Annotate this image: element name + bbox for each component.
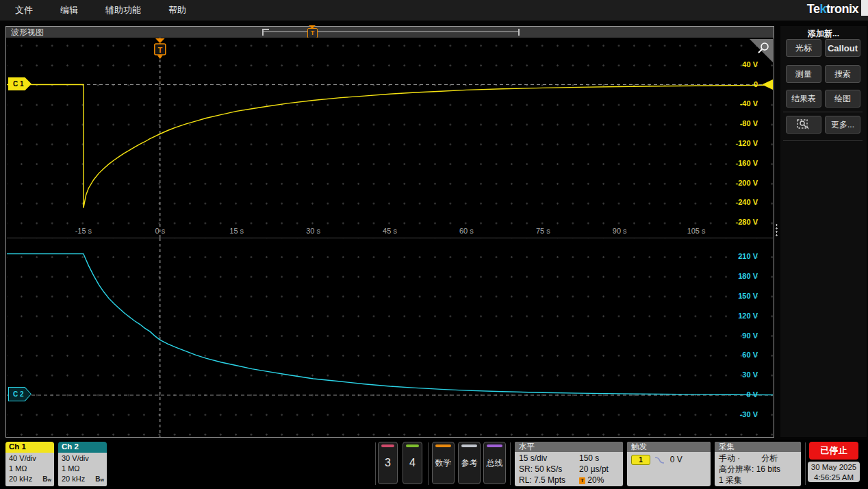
ref-color-stripe [461, 444, 477, 447]
y-axis-label: -160 V [710, 159, 758, 167]
graticule-resize-handle[interactable] [776, 223, 778, 237]
bus-color-stripe [487, 444, 502, 447]
acquisition-panel-title: 采集 [715, 442, 801, 452]
channel2-scale: 30 V/div [62, 453, 107, 464]
channel1-name: Ch 1 [5, 442, 54, 453]
horizontal-panel[interactable]: 水平 15 s/div150 s SR: 50 kS/s20 µs/pt RL:… [515, 442, 623, 486]
sidebar-divider [783, 140, 863, 141]
logo-block [861, 0, 868, 16]
horizontal-pan-minimap[interactable] [262, 29, 520, 36]
channel1-level-arrow-icon [762, 79, 773, 90]
falling-edge-icon [654, 456, 665, 464]
add-measure-button[interactable]: 测量 [786, 65, 821, 83]
ref-button[interactable]: 参考 [458, 442, 481, 484]
ref-label: 参考 [461, 457, 478, 469]
bus-label: 总线 [487, 457, 503, 469]
bandwidth-limit-icon: Bw [42, 474, 51, 485]
y-axis-label: 210 V [710, 252, 758, 260]
channel2-settings-badge[interactable]: Ch 2 30 V/div 1 MΩ 20 kHz Bw [58, 442, 107, 486]
y-axis-label: -240 V [710, 198, 758, 206]
add-callout-button[interactable]: Callout [825, 39, 860, 57]
trigger-panel[interactable]: 触发 1 0 V [627, 442, 711, 486]
x-axis-label: 45 s [371, 227, 409, 235]
bar-separator [375, 442, 376, 485]
x-axis-label: 30 s [294, 227, 333, 235]
acquisition-analyze: 分析 [761, 453, 778, 464]
x-axis-label: 15 s [218, 227, 256, 235]
y-axis-label: 0 [710, 80, 758, 88]
channel3-button[interactable]: 3 [378, 442, 398, 484]
menu-utility[interactable]: 辅助功能 [105, 4, 141, 16]
channel3-label: 3 [385, 457, 391, 469]
y-axis-label: 60 V [710, 351, 758, 359]
channel2-waveform-plot[interactable] [7, 238, 773, 437]
channel4-label: 4 [409, 457, 416, 469]
y-axis-label: 180 V [710, 272, 758, 280]
more-button[interactable]: 更多... [825, 116, 860, 134]
minimap-trigger-T-icon[interactable]: T [307, 28, 318, 38]
trigger-position-icon: T [579, 477, 585, 484]
x-axis-label: 60 s [447, 227, 485, 235]
y-axis-label: 90 V [710, 331, 758, 340]
stopped-button[interactable]: 已停止 [809, 442, 858, 460]
waveform-view-title: 波形视图 [6, 27, 44, 38]
menu-help[interactable]: 帮助 [168, 4, 186, 16]
x-axis-label: 0 s [141, 227, 179, 235]
menu-file[interactable]: 文件 [15, 4, 33, 16]
graticule-channel2[interactable]: C 2 210 V180 V150 V120 V90 V60 V30 V0 V-… [7, 238, 773, 437]
y-axis-label: 40 V [710, 60, 758, 68]
y-axis-label: 150 V [710, 292, 758, 300]
add-search-button[interactable]: 搜索 [825, 65, 860, 83]
math-label: 数学 [435, 457, 452, 469]
add-results-table-button[interactable]: 结果表 [786, 90, 821, 108]
menu-edit[interactable]: 编辑 [60, 4, 78, 16]
y-axis-label: 120 V [710, 312, 758, 320]
channel2-impedance: 1 MΩ [62, 464, 107, 474]
horizontal-scale: 15 s/div [519, 453, 579, 464]
trigger-panel-title: 触发 [627, 442, 711, 452]
bus-button[interactable]: 总线 [483, 442, 506, 484]
channel2-name: Ch 2 [58, 442, 107, 453]
waveform-view-titlebar[interactable]: 波形视图 T [6, 27, 774, 38]
y-axis-label: -200 V [710, 179, 758, 187]
x-axis-label: 75 s [524, 227, 562, 235]
acquisition-mode: 手动 · [719, 453, 761, 464]
acquisition-panel[interactable]: 采集 手动 ·分析 高分辨率: 16 bits 1 采集 [715, 442, 801, 486]
y-axis-label: -30 V [710, 410, 758, 418]
record-length: RL: 7.5 Mpts [519, 475, 579, 486]
horizontal-panel-title: 水平 [515, 442, 623, 452]
channel1-impedance: 1 MΩ [9, 464, 54, 474]
add-cursor-button[interactable]: 光标 [786, 39, 821, 57]
trigger-source-badge: 1 [631, 455, 650, 465]
bar-separator [805, 442, 806, 485]
datetime-display: 30 May 2025 4:56:25 AM [808, 462, 860, 482]
time-text: 4:56:25 AM [808, 473, 860, 483]
channel3-color-stripe [381, 444, 394, 447]
trigger-position-percent: 20% [587, 475, 604, 485]
y-axis-label: -80 V [710, 119, 758, 127]
math-button[interactable]: 数学 [432, 442, 455, 484]
add-new-sidebar: 添加新... 光标 Callout 测量 搜索 结果表 绘图 更多... [780, 26, 867, 437]
sample-rate: SR: 50 kS/s [519, 464, 579, 475]
channel1-waveform-plot[interactable]: T [7, 38, 773, 238]
trigger-level: 0 V [670, 455, 682, 464]
date-text: 30 May 2025 [808, 462, 860, 473]
area-zoom-icon [797, 119, 810, 130]
y-axis-label: -40 V [710, 99, 758, 108]
menu-bar: 文件 编辑 辅助功能 帮助 [0, 0, 868, 21]
sidebar-divider [783, 112, 863, 112]
channel1-settings-badge[interactable]: Ch 1 40 V/div 1 MΩ 20 kHz Bw [5, 442, 54, 486]
y-axis-label: -280 V [710, 218, 758, 226]
add-new-title: 添加新... [780, 28, 867, 40]
x-axis-label: 105 s [677, 227, 715, 235]
add-plot-button[interactable]: 绘图 [825, 90, 860, 108]
graticule-channel1[interactable]: T C 1 40 V0-40 V-80 V-120 V-160 V-200 V-… [7, 38, 773, 238]
y-axis-label: 30 V [710, 371, 758, 379]
tektronix-logo: Tektronix [807, 2, 858, 16]
bar-separator [428, 442, 429, 485]
area-zoom-button[interactable] [786, 116, 821, 134]
bar-separator [510, 442, 511, 485]
bandwidth-limit-icon: Bw [95, 474, 104, 485]
channel4-button[interactable]: 4 [403, 442, 422, 484]
x-axis-label: -15 s [64, 227, 103, 235]
